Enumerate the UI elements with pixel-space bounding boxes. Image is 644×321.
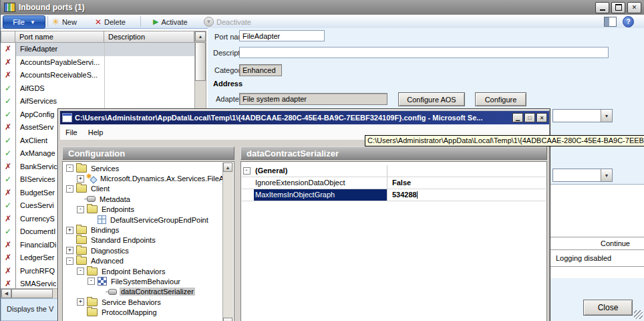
tree-item[interactable]: -Endpoint Behaviors bbox=[63, 266, 223, 276]
table-row[interactable]: ✗AccountsPayableServi... bbox=[1, 56, 194, 70]
collapse-icon[interactable]: - bbox=[66, 185, 73, 193]
screen: Inbound ports (1) ✕ File ▼ ✳ New ✕ Delet… bbox=[0, 0, 644, 321]
config-maximize-button[interactable]: □ bbox=[524, 113, 535, 122]
inactive-x-icon: ✗ bbox=[1, 187, 16, 200]
table-row[interactable]: ✓AifGDS bbox=[1, 82, 194, 96]
tree-item-label: Endpoint Behaviors bbox=[100, 268, 166, 276]
combo-box-top[interactable]: ▼ bbox=[552, 109, 613, 122]
scroll-left-button[interactable]: ◀ bbox=[1, 289, 11, 298]
deactivate-button[interactable]: ▼ Deactivate bbox=[204, 16, 251, 27]
new-button[interactable]: ✳ New bbox=[52, 16, 77, 27]
delete-button[interactable]: ✕ Delete bbox=[95, 16, 126, 27]
scroll-up-button[interactable]: ▲ bbox=[223, 163, 232, 172]
description-column-header[interactable]: Description bbox=[104, 31, 194, 43]
description-cell bbox=[105, 69, 194, 82]
tree-item-label: DefaultServiceGroupEndPoint bbox=[109, 216, 210, 224]
maximize-button[interactable] bbox=[611, 2, 625, 13]
tree-item[interactable]: ProtocolMapping bbox=[63, 307, 223, 317]
scroll-down-button[interactable]: ▼ bbox=[223, 318, 232, 321]
tree-item[interactable]: dataContractSerializer bbox=[63, 287, 223, 297]
menu-file[interactable]: File bbox=[60, 126, 83, 138]
folder-icon bbox=[87, 205, 98, 213]
text-caret bbox=[417, 191, 418, 199]
port-name-cell: AifGDS bbox=[16, 82, 105, 96]
property-value[interactable]: False bbox=[387, 177, 546, 189]
dropdown-arrow-icon[interactable]: ▼ bbox=[601, 110, 612, 122]
file-menu-button[interactable]: File ▼ bbox=[3, 15, 45, 29]
deactivate-label: Deactivate bbox=[216, 18, 251, 26]
inactive-x-icon: ✗ bbox=[1, 278, 16, 288]
file-menu-label: File bbox=[13, 18, 25, 26]
close-window-button[interactable]: ✕ bbox=[627, 2, 641, 13]
collapse-icon[interactable]: - bbox=[66, 257, 73, 265]
port-name-column-header[interactable]: Port name bbox=[15, 31, 104, 43]
tree-item[interactable]: DefaultServiceGroupEndPoint bbox=[63, 215, 223, 225]
folder-icon bbox=[76, 236, 87, 244]
table-row[interactable]: ✗AccountsReceivableS... bbox=[1, 69, 194, 82]
tree-item[interactable]: +Microsoft.Dynamics.Ax.Services.FileA bbox=[63, 173, 223, 183]
close-button[interactable]: Close bbox=[583, 300, 633, 316]
tree-item[interactable]: -Client bbox=[63, 184, 223, 194]
port-name-input[interactable] bbox=[239, 30, 325, 41]
pane-layout-icon bbox=[604, 17, 617, 27]
expand-icon[interactable]: + bbox=[77, 298, 84, 306]
expand-icon[interactable]: + bbox=[77, 175, 84, 183]
expand-icon[interactable]: + bbox=[66, 227, 73, 234]
main-titlebar: Inbound ports (1) ✕ bbox=[1, 0, 644, 15]
property-value-editing[interactable]: 534288 bbox=[387, 189, 546, 201]
tree-item[interactable]: Standard Endpoints bbox=[63, 235, 223, 245]
configure-button[interactable]: Configure bbox=[475, 92, 526, 106]
tree-item-label: Standard Endpoints bbox=[90, 236, 157, 244]
description-input[interactable] bbox=[239, 47, 609, 58]
collapse-icon[interactable]: - bbox=[77, 206, 84, 213]
scroll-thumb[interactable] bbox=[195, 42, 206, 81]
scroll-up-button[interactable]: ▲ bbox=[195, 31, 206, 41]
adapter-value: File system adapter bbox=[239, 93, 387, 105]
active-check-icon: ✓ bbox=[1, 82, 16, 96]
collapse-gutter: - bbox=[242, 167, 254, 175]
menu-help[interactable]: Help bbox=[83, 126, 109, 138]
collapse-icon[interactable]: - bbox=[77, 268, 84, 275]
config-close-button[interactable]: ✕ bbox=[536, 113, 547, 122]
tree-item[interactable]: -FileSystemBehaviour bbox=[63, 276, 223, 286]
window-icon bbox=[98, 215, 106, 224]
table-row[interactable]: ✗FileAdapter bbox=[1, 43, 194, 56]
serializer-pane-header: dataContractSerializer bbox=[240, 146, 547, 160]
collapse-icon[interactable]: - bbox=[88, 278, 95, 285]
configure-aos-button[interactable]: Configure AOS bbox=[398, 92, 465, 106]
tree-vertical-scrollbar[interactable]: ▲ ▼ bbox=[222, 163, 233, 321]
property-name: IgnoreExtensionDataObject bbox=[254, 177, 387, 189]
property-group-label: (General) bbox=[254, 165, 387, 177]
collapse-icon[interactable]: - bbox=[243, 167, 251, 175]
tree-item[interactable]: +Service Behaviors bbox=[63, 297, 223, 307]
combo-box-middle[interactable]: ▼ bbox=[552, 169, 613, 182]
collapse-icon[interactable]: - bbox=[66, 165, 73, 172]
configuration-tree: -Services+Microsoft.Dynamics.Ax.Services… bbox=[62, 161, 234, 321]
resize-grip[interactable] bbox=[634, 310, 643, 319]
status-column-header[interactable] bbox=[1, 31, 15, 43]
tree-item-label: Bindings bbox=[90, 226, 120, 234]
dropdown-arrow-icon[interactable]: ▼ bbox=[601, 169, 612, 181]
property-row[interactable]: IgnoreExtensionDataObject False bbox=[242, 177, 546, 189]
tree-item[interactable]: Metadata bbox=[63, 194, 223, 204]
tree-item[interactable]: -Endpoints bbox=[63, 205, 223, 215]
toggle-pane-button[interactable] bbox=[604, 16, 617, 27]
config-minimize-button[interactable]: ▁ bbox=[512, 113, 523, 122]
folder-icon bbox=[76, 185, 87, 193]
property-group-row[interactable]: - (General) bbox=[242, 165, 546, 177]
tree-item[interactable]: +Diagnostics bbox=[63, 245, 223, 255]
port-name-cell: AifServices bbox=[16, 95, 105, 108]
folder-icon bbox=[87, 308, 98, 316]
activate-button[interactable]: ▶ Activate bbox=[153, 16, 188, 27]
minimize-button[interactable] bbox=[595, 2, 609, 13]
tree-item-label: Client bbox=[90, 185, 111, 193]
property-row-selected[interactable]: MaxItemsInObjectGraph 534288 bbox=[242, 189, 546, 201]
port-name-cell: AccountsPayableServi... bbox=[16, 56, 105, 70]
tree-item[interactable]: -Advanced bbox=[63, 256, 223, 266]
scroll-thumb[interactable] bbox=[11, 289, 53, 298]
tree-item[interactable]: +Bindings bbox=[63, 225, 223, 235]
table-row[interactable]: ✓AifServices bbox=[1, 95, 194, 108]
tree-item[interactable]: -Services bbox=[63, 163, 223, 173]
expand-icon[interactable]: + bbox=[66, 247, 73, 254]
help-button[interactable]: ? bbox=[623, 16, 634, 27]
